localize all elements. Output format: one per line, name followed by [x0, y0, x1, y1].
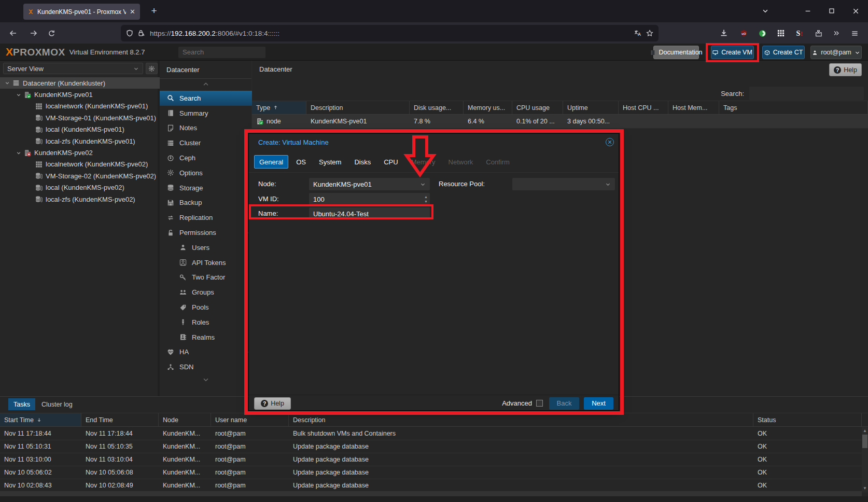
- extension-green-icon[interactable]: [755, 26, 769, 40]
- scroll-down-icon[interactable]: ▼: [862, 485, 868, 491]
- forward-icon[interactable]: [26, 26, 41, 40]
- dialog-tab-network[interactable]: Network: [443, 155, 479, 169]
- shield-icon[interactable]: [126, 30, 133, 37]
- tab-tasks[interactable]: Tasks: [8, 398, 35, 410]
- task-row[interactable]: Nov 11 17:18:44Nov 11 17:18:44KundenKM..…: [0, 427, 868, 440]
- scrollbar-thumb[interactable]: [862, 435, 867, 448]
- nav-item-notes[interactable]: Notes: [160, 121, 252, 136]
- nav-item-options[interactable]: Options: [160, 165, 252, 180]
- nav-item-groups[interactable]: Groups: [160, 285, 252, 300]
- dialog-close-icon[interactable]: ✕: [606, 138, 614, 146]
- chevron-down-icon[interactable]: [16, 150, 22, 156]
- nav-item-users[interactable]: Users: [160, 240, 252, 255]
- column-header[interactable]: CPU usage: [512, 101, 563, 114]
- grid-row-node[interactable]: nodeKundenKMS-pve017.8 %6.4 %0.1% of 20 …: [252, 115, 868, 129]
- browser-tab[interactable]: KundenKMS-pve01 - Proxmox V ✕: [23, 4, 140, 20]
- dialog-tab-memory[interactable]: Memory: [406, 155, 441, 169]
- extension-s-icon[interactable]: S!: [792, 26, 806, 40]
- column-header[interactable]: Type: [252, 101, 306, 114]
- downloads-icon[interactable]: [717, 26, 731, 40]
- ublock-icon[interactable]: uO: [736, 26, 751, 40]
- nav-item-two-factor[interactable]: Two Factor: [160, 270, 252, 285]
- content-search-input[interactable]: [749, 87, 864, 100]
- column-header[interactable]: Tags: [719, 101, 868, 114]
- nav-item-summary[interactable]: Summary: [160, 106, 252, 121]
- nav-item-search[interactable]: Search: [160, 91, 252, 106]
- bookmark-star-icon[interactable]: [646, 30, 653, 37]
- scroll-up-chevron-icon[interactable]: [160, 80, 251, 88]
- column-header[interactable]: Host Mem...: [668, 101, 719, 114]
- tree-item[interactable]: KundenKMS-pve02: [0, 147, 160, 158]
- scroll-down-chevron-icon[interactable]: [160, 376, 252, 383]
- new-tab-button[interactable]: +: [147, 4, 161, 18]
- nav-item-storage[interactable]: Storage: [160, 180, 252, 196]
- pve-search-input[interactable]: Search: [178, 47, 265, 58]
- node-combo[interactable]: KundenKMS-pve01: [309, 178, 430, 190]
- create-ct-button[interactable]: Create CT: [762, 46, 805, 59]
- extension-grid-icon[interactable]: [774, 26, 788, 40]
- hamburger-menu-icon[interactable]: [847, 26, 862, 40]
- column-header[interactable]: Memory us...: [464, 101, 512, 114]
- vertical-scrollbar[interactable]: ▲▼: [862, 427, 868, 491]
- dialog-tab-system[interactable]: System: [314, 155, 346, 169]
- dialog-tab-cpu[interactable]: CPU: [379, 155, 403, 169]
- tasks-column-header[interactable]: Description: [289, 413, 753, 426]
- task-row[interactable]: Nov 10 05:06:02Nov 10 05:06:08KundenKM..…: [0, 466, 868, 479]
- task-row[interactable]: Nov 11 03:10:00Nov 11 03:10:04KundenKM..…: [0, 453, 868, 466]
- nav-item-replication[interactable]: Replication: [160, 210, 252, 225]
- scroll-up-icon[interactable]: ▲: [862, 427, 868, 434]
- overflow-chevrons-icon[interactable]: [829, 26, 844, 40]
- vmid-spinner[interactable]: 100▲▼: [309, 193, 430, 205]
- tree-item[interactable]: localnetwork (KundenKMS-pve02): [0, 159, 160, 170]
- tree-item[interactable]: local-zfs (KundenKMS-pve01): [0, 135, 160, 147]
- nav-item-pools[interactable]: Pools: [160, 300, 252, 315]
- tree-item[interactable]: VM-Storage-01 (KundenKMS-pve01): [0, 112, 160, 123]
- reload-icon[interactable]: [44, 26, 59, 40]
- create-vm-button[interactable]: Create VM: [711, 46, 754, 59]
- task-row[interactable]: Nov 10 02:08:43Nov 10 02:08:49KundenKM..…: [0, 479, 868, 492]
- chevron-down-icon[interactable]: [4, 80, 10, 86]
- tasks-column-header[interactable]: Status: [753, 413, 862, 426]
- dialog-help-button[interactable]: ?Help: [254, 397, 291, 410]
- tab-close-icon[interactable]: ✕: [130, 8, 135, 16]
- dialog-tab-confirm[interactable]: Confirm: [481, 155, 515, 169]
- dialog-tab-general[interactable]: General: [254, 155, 288, 169]
- tasks-column-header[interactable]: Start Time: [0, 413, 81, 426]
- user-menu-button[interactable]: root@pam: [810, 46, 862, 59]
- extensions-puzzle-icon[interactable]: [811, 26, 825, 40]
- horizontal-scrollbar[interactable]: [0, 491, 862, 496]
- dialog-tab-disks[interactable]: Disks: [349, 155, 376, 169]
- advanced-checkbox[interactable]: [536, 400, 543, 407]
- nav-item-realms[interactable]: Realms: [160, 330, 252, 345]
- lock-warning-icon[interactable]: [138, 30, 145, 37]
- nav-item-roles[interactable]: Roles: [160, 315, 252, 330]
- url-bar[interactable]: https://192.168.200.2:8006/#v1:0:18:4:::…: [121, 25, 659, 41]
- nav-item-permissions[interactable]: Permissions: [160, 225, 252, 240]
- next-button[interactable]: Next: [584, 397, 613, 410]
- window-maximize-icon[interactable]: [824, 4, 839, 18]
- column-header[interactable]: Disk usage...: [410, 101, 464, 114]
- window-minimize-icon[interactable]: [800, 4, 816, 18]
- view-selector[interactable]: Server View: [3, 63, 143, 74]
- tree-item[interactable]: Datacenter (Kundenkluster): [0, 77, 160, 89]
- tree-item[interactable]: VM-Storage-02 (KundenKMS-pve02): [0, 170, 160, 182]
- back-button[interactable]: Back: [549, 397, 579, 410]
- documentation-button[interactable]: Documentation: [653, 46, 699, 59]
- name-input[interactable]: Ubuntu-24.04-Test: [309, 207, 430, 220]
- task-row[interactable]: Nov 11 05:10:31Nov 11 05:10:35KundenKM..…: [0, 440, 868, 453]
- column-header[interactable]: Description: [306, 101, 410, 114]
- column-header[interactable]: Host CPU ...: [619, 101, 668, 114]
- tree-settings-gear-icon[interactable]: [146, 63, 158, 74]
- tree-item[interactable]: localnetwork (KundenKMS-pve01): [0, 101, 160, 112]
- dialog-tab-os[interactable]: OS: [291, 155, 311, 169]
- nav-item-backup[interactable]: Backup: [160, 196, 252, 211]
- back-icon[interactable]: [5, 26, 21, 40]
- tasks-column-header[interactable]: End Time: [81, 413, 159, 426]
- help-button[interactable]: ?Help: [829, 63, 862, 76]
- tasks-column-header[interactable]: User name: [211, 413, 289, 426]
- resource-pool-combo[interactable]: [512, 178, 615, 190]
- column-header[interactable]: Uptime: [563, 101, 619, 114]
- tree-item[interactable]: KundenKMS-pve01: [0, 89, 160, 100]
- tree-item[interactable]: local-zfs (KundenKMS-pve02): [0, 193, 160, 205]
- nav-item-sdn[interactable]: SDN: [160, 359, 252, 374]
